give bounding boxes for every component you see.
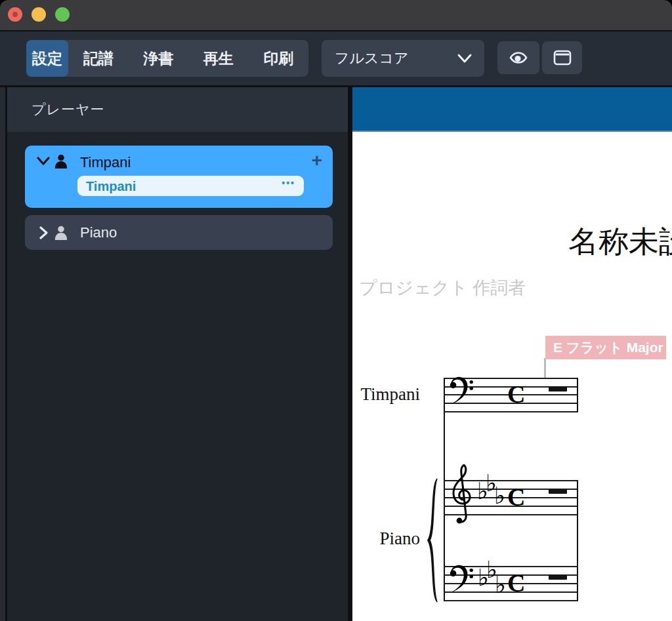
treble-clef-icon bbox=[451, 464, 473, 527]
player-row[interactable]: Timpani + bbox=[25, 146, 333, 176]
minimize-button[interactable] bbox=[32, 7, 46, 22]
score-title[interactable]: 名称未設定 bbox=[568, 222, 672, 262]
toolbar: 設定 記譜 浄書 再生 印刷 フルスコア bbox=[0, 31, 672, 85]
chevron-right-icon[interactable] bbox=[38, 226, 49, 240]
whole-rest[interactable] bbox=[549, 489, 567, 494]
bass-clef-icon bbox=[447, 564, 474, 593]
tab-engrave[interactable]: 浄書 bbox=[129, 40, 189, 77]
tab-play[interactable]: 再生 bbox=[188, 40, 249, 77]
chevron-down-icon[interactable] bbox=[36, 155, 51, 167]
players-panel-title: プレーヤー bbox=[32, 100, 104, 119]
window-edge-strip bbox=[0, 87, 5, 621]
eye-icon bbox=[509, 49, 528, 66]
common-time-symbol[interactable]: C bbox=[507, 571, 525, 595]
tab-print[interactable]: 印刷 bbox=[249, 40, 309, 77]
layout-dropdown-value: フルスコア bbox=[335, 49, 409, 68]
close-button[interactable] bbox=[8, 7, 22, 22]
staff-label-piano[interactable]: Piano bbox=[371, 529, 420, 549]
staff-label-timpani[interactable]: Timpani bbox=[360, 384, 420, 405]
zoom-button[interactable] bbox=[55, 7, 70, 22]
score-subtitle-placeholder[interactable]: プロジェクト 作詞者 bbox=[359, 276, 526, 300]
player-name: Piano bbox=[80, 224, 94, 239]
flat-symbol: ♭ bbox=[495, 573, 505, 597]
tab-write[interactable]: 記譜 bbox=[68, 40, 129, 77]
players-panel-header: プレーヤー bbox=[7, 87, 348, 132]
player-name: Timpani bbox=[80, 154, 131, 171]
key-signature-flag[interactable]: E フラット Major bbox=[545, 336, 666, 359]
player-icon bbox=[54, 153, 68, 170]
app-window: 設定 記譜 浄書 再生 印刷 フルスコア プ bbox=[0, 0, 672, 621]
titlebar bbox=[0, 0, 672, 30]
chevron-down-icon bbox=[457, 53, 472, 64]
player-card-timpani[interactable]: Timpani + Timpani ••• bbox=[25, 146, 333, 208]
unsaved-dot bbox=[12, 12, 18, 17]
score-area-header bbox=[352, 87, 672, 130]
key-signature-flag-stem bbox=[544, 358, 546, 378]
common-time-symbol[interactable]: C bbox=[507, 485, 525, 510]
instrument-name: Timpani bbox=[86, 179, 136, 194]
player-icon bbox=[54, 224, 68, 241]
players-panel: プレーヤー Timpani + Timpani ••• bbox=[7, 87, 348, 621]
instrument-menu-button[interactable]: ••• bbox=[282, 178, 295, 188]
tab-setup[interactable]: 設定 bbox=[26, 40, 68, 77]
staff-line bbox=[444, 411, 578, 412]
common-time-symbol[interactable]: C bbox=[507, 382, 525, 407]
staff-line bbox=[444, 600, 578, 601]
add-instrument-button[interactable]: + bbox=[312, 150, 322, 171]
bass-clef-icon bbox=[447, 376, 474, 405]
layout-dropdown[interactable]: フルスコア bbox=[322, 40, 484, 77]
visibility-button[interactable] bbox=[497, 41, 539, 74]
player-card-piano[interactable]: Piano bbox=[25, 215, 333, 250]
flat-symbol: ♭ bbox=[494, 484, 504, 508]
mode-tab-group: 設定 記譜 浄書 再生 印刷 bbox=[26, 40, 308, 77]
barline bbox=[577, 378, 578, 412]
window-layout-button[interactable] bbox=[542, 41, 582, 74]
window-icon bbox=[553, 49, 572, 66]
brace-icon bbox=[424, 477, 441, 603]
whole-rest[interactable] bbox=[549, 387, 567, 391]
whole-rest[interactable] bbox=[549, 575, 567, 580]
instrument-item-timpani[interactable]: Timpani ••• bbox=[77, 176, 304, 196]
